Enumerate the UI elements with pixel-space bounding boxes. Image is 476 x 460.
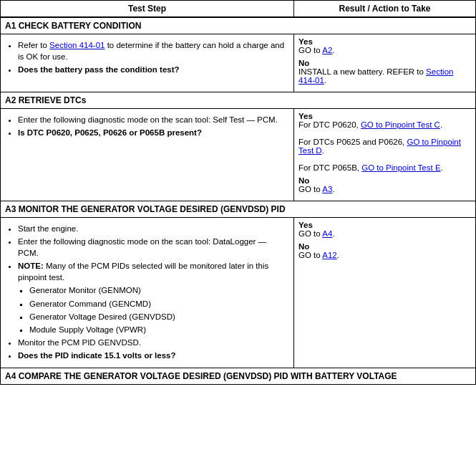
list-item: Module Supply Voltage (VPWR): [29, 324, 289, 335]
list-item: Does the PID indicate 15.1 volts or less…: [18, 350, 289, 361]
list-item: Enter the following diagnostic mode on t…: [18, 114, 289, 125]
section-title-A2: A2 RETRIEVE DTCs: [1, 92, 475, 109]
list-item: Is DTC P0620, P0625, P0626 or P065B pres…: [18, 127, 289, 138]
result-block: NoGO to A3.: [298, 176, 471, 193]
result-block: YesFor DTC P0620, GO to Pinpoint Test C.…: [298, 112, 471, 172]
result-cell-A2: YesFor DTC P0620, GO to Pinpoint Test C.…: [294, 109, 475, 201]
result-label: Yes: [298, 112, 313, 120]
main-table: Test Step Result / Action to Take A1 CHE…: [0, 0, 476, 385]
list-item: Refer to Section 414-01 to determine if …: [18, 39, 289, 62]
section-heading-A1: A1 CHECK BATTERY CONDITION: [1, 18, 475, 34]
result-block: NoINSTALL a new battery. REFER to Sectio…: [298, 59, 471, 85]
result-label: Yes: [298, 221, 313, 229]
result-label: No: [298, 176, 309, 185]
list-item: NOTE: Many of the PCM PIDs selected will…: [18, 260, 289, 335]
list-item: Generator Monitor (GENMON): [29, 284, 289, 296]
result-block: NoGO to A12.: [298, 242, 471, 259]
result-block: YesGO to A4.: [298, 221, 471, 238]
list-item: Generator Voltage Desired (GENVDSD): [29, 311, 289, 322]
result-label: No: [298, 242, 309, 251]
section-title-A1: A1 CHECK BATTERY CONDITION: [1, 18, 475, 34]
step-cell-A3: Start the engine.Enter the following dia…: [1, 218, 294, 368]
section-content-A3: Start the engine.Enter the following dia…: [1, 218, 475, 368]
result-cell-A3: YesGO to A4.NoGO to A12.: [294, 218, 475, 368]
section-heading-A2: A2 RETRIEVE DTCs: [1, 92, 475, 108]
section-title-A4: A4 COMPARE THE GENERATOR VOLTAGE DESIRED…: [1, 368, 475, 384]
step-cell-A1: Refer to Section 414-01 to determine if …: [1, 34, 294, 92]
result-label: Yes: [298, 37, 313, 46]
section-heading-A4: A4 COMPARE THE GENERATOR VOLTAGE DESIRED…: [1, 368, 475, 384]
header-result: Result / Action to Take: [294, 1, 475, 16]
section-title-A3: A3 MONITOR THE GENERATOR VOLTAGE DESIRED…: [1, 201, 475, 218]
list-item: Does the battery pass the condition test…: [18, 64, 289, 75]
section-content-A2: Enter the following diagnostic mode on t…: [1, 109, 475, 201]
result-block: YesGO to A2.: [298, 37, 471, 54]
list-item: Generator Command (GENCMD): [29, 298, 289, 310]
sections-container: A1 CHECK BATTERY CONDITIONRefer to Secti…: [1, 18, 475, 384]
section-content-A1: Refer to Section 414-01 to determine if …: [1, 34, 475, 92]
list-item: Start the engine.: [18, 223, 289, 234]
section-heading-A3: A3 MONITOR THE GENERATOR VOLTAGE DESIRED…: [1, 201, 475, 217]
step-cell-A2: Enter the following diagnostic mode on t…: [1, 109, 294, 201]
result-label: No: [298, 59, 309, 67]
header-test-step: Test Step: [1, 1, 294, 16]
table-header: Test Step Result / Action to Take: [1, 1, 475, 18]
result-cell-A1: YesGO to A2.NoINSTALL a new battery. REF…: [294, 34, 475, 92]
list-item: Enter the following diagnostic mode on t…: [18, 236, 289, 259]
list-item: Monitor the PCM PID GENVDSD.: [18, 337, 289, 348]
